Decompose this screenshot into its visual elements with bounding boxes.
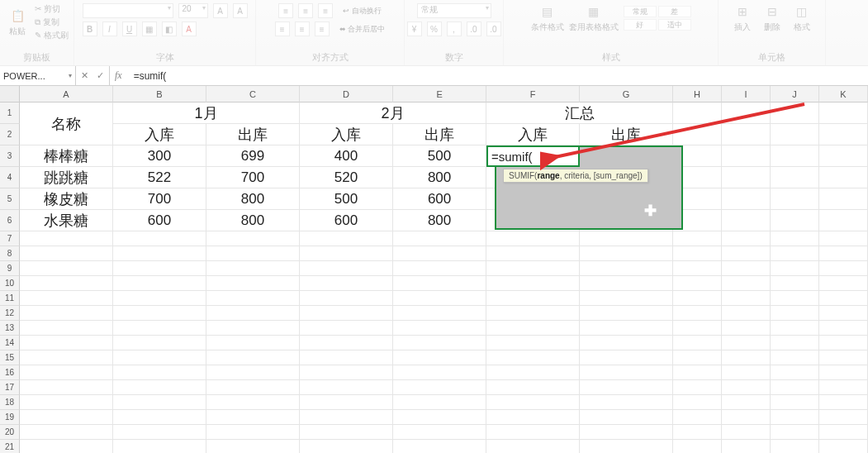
cell-A11[interactable] (20, 291, 113, 306)
cell-A12[interactable] (20, 306, 113, 321)
cell-A15[interactable] (20, 350, 113, 365)
cell-E2[interactable]: 出库 (393, 124, 486, 145)
cell-G21[interactable] (580, 440, 673, 453)
format-cells-button[interactable]: ◫格式 (790, 3, 814, 33)
cell-A1[interactable]: 名称 (20, 103, 113, 145)
cell-G2[interactable]: 出库 (580, 124, 673, 145)
cell-F20[interactable] (486, 425, 580, 440)
row-header-15[interactable]: 15 (0, 350, 20, 365)
cell-I3[interactable] (722, 145, 771, 167)
cell-J2[interactable] (771, 124, 819, 145)
cell-J12[interactable] (771, 306, 819, 321)
cell-G8[interactable] (580, 246, 673, 261)
cell-E14[interactable] (393, 336, 486, 350)
cell-A3[interactable]: 棒棒糖 (20, 145, 113, 167)
cell-K21[interactable] (819, 440, 868, 453)
cell-A14[interactable] (20, 336, 113, 350)
cell-F15[interactable] (486, 350, 580, 365)
name-box[interactable]: POWER... ▾ (0, 66, 76, 85)
decrease-decimal-button[interactable]: .0 (486, 21, 501, 36)
cell-H17[interactable] (673, 380, 722, 395)
cell-J4[interactable] (771, 167, 819, 188)
cell-G13[interactable] (580, 321, 673, 336)
align-right-button[interactable]: ≡ (315, 21, 330, 36)
cell-C17[interactable] (206, 380, 300, 395)
table-format-button[interactable]: ▦套用表格格式 (569, 3, 619, 33)
cell-A6[interactable]: 水果糖 (20, 210, 113, 231)
cell-C8[interactable] (206, 246, 300, 261)
cell-K15[interactable] (819, 350, 868, 365)
cell-D2[interactable]: 入库 (300, 124, 393, 145)
align-middle-button[interactable]: ≡ (298, 3, 313, 18)
font-color-button[interactable]: A (182, 21, 197, 36)
currency-button[interactable]: ¥ (407, 21, 422, 36)
cell-B12[interactable] (113, 306, 206, 321)
cell-H15[interactable] (673, 350, 722, 365)
cell-H21[interactable] (673, 440, 722, 453)
cell-K5[interactable] (819, 188, 868, 210)
cell-E15[interactable] (393, 350, 486, 365)
cell-H7[interactable] (673, 231, 722, 246)
cell-J19[interactable] (771, 410, 819, 425)
underline-button[interactable]: U (122, 21, 137, 36)
cell-D4[interactable]: 520 (300, 167, 393, 188)
align-center-button[interactable]: ≡ (295, 21, 310, 36)
format-painter-button[interactable]: ✎ 格式刷 (35, 30, 69, 41)
cell-J18[interactable] (771, 395, 819, 410)
cell-K11[interactable] (819, 291, 868, 306)
col-header-E[interactable]: E (393, 86, 486, 103)
cell-D10[interactable] (300, 276, 393, 291)
cell-F9[interactable] (486, 261, 580, 276)
cell-H11[interactable] (673, 291, 722, 306)
col-header-C[interactable]: C (206, 86, 300, 103)
cell-J10[interactable] (771, 276, 819, 291)
cell-C18[interactable] (206, 395, 300, 410)
cell-E21[interactable] (393, 440, 486, 453)
cell-B10[interactable] (113, 276, 206, 291)
cell-K16[interactable] (819, 365, 868, 380)
cell-K6[interactable] (819, 210, 868, 231)
paste-button[interactable]: 📋 粘贴 (5, 7, 30, 37)
cell-E10[interactable] (393, 276, 486, 291)
col-header-A[interactable]: A (20, 86, 113, 103)
cell-I2[interactable] (722, 124, 771, 145)
cell-E8[interactable] (393, 246, 486, 261)
cell-H14[interactable] (673, 336, 722, 350)
cell-I5[interactable] (722, 188, 771, 210)
cell-B5[interactable]: 700 (113, 188, 206, 210)
cell-B18[interactable] (113, 395, 206, 410)
cell-D15[interactable] (300, 350, 393, 365)
cell-H18[interactable] (673, 395, 722, 410)
cell-J11[interactable] (771, 291, 819, 306)
style-normal[interactable]: 常规 (624, 6, 657, 17)
row-header-13[interactable]: 13 (0, 321, 20, 336)
cell-J3[interactable] (771, 145, 819, 167)
row-header-11[interactable]: 11 (0, 291, 20, 306)
cell-I19[interactable] (722, 410, 771, 425)
increase-decimal-button[interactable]: .0 (467, 21, 481, 36)
cell-J14[interactable] (771, 336, 819, 350)
cell-F11[interactable] (486, 291, 580, 306)
cell-K1[interactable] (819, 103, 868, 124)
cell-B11[interactable] (113, 291, 206, 306)
cell-I13[interactable] (722, 321, 771, 336)
cell-C15[interactable] (206, 350, 300, 365)
cell-C11[interactable] (206, 291, 300, 306)
cell-F7[interactable] (486, 231, 580, 246)
cell-C7[interactable] (206, 231, 300, 246)
row-header-16[interactable]: 16 (0, 365, 20, 380)
cell-J7[interactable] (771, 231, 819, 246)
comma-button[interactable]: , (447, 21, 462, 36)
cell-E11[interactable] (393, 291, 486, 306)
cell-J8[interactable] (771, 246, 819, 261)
cell-I12[interactable] (722, 306, 771, 321)
font-size-select[interactable]: 20 (178, 3, 208, 18)
cell-E4[interactable]: 800 (393, 167, 486, 188)
conditional-format-button[interactable]: ▤条件格式 (531, 3, 564, 33)
cell-E12[interactable] (393, 306, 486, 321)
cell-E3[interactable]: 500 (393, 145, 486, 167)
cell-A20[interactable] (20, 425, 113, 440)
cell-J20[interactable] (771, 425, 819, 440)
cell-G12[interactable] (580, 306, 673, 321)
style-good[interactable]: 好 (624, 19, 657, 31)
